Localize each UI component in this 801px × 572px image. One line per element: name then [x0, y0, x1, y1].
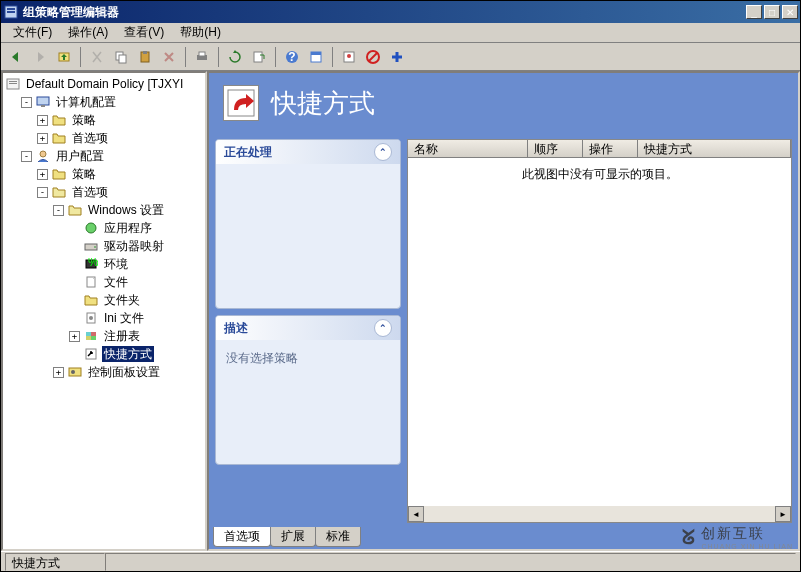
svg-rect-5	[119, 55, 126, 63]
tree-registry[interactable]: +注册表	[69, 327, 203, 345]
application-window: 组策略管理编辑器 _ □ ✕ 文件(F) 操作(A) 查看(V) 帮助(H) ?	[0, 0, 801, 572]
title-bar: 组策略管理编辑器 _ □ ✕	[1, 1, 800, 23]
tree-applications[interactable]: 应用程序	[69, 219, 203, 237]
folder-icon	[51, 131, 67, 145]
watermark: ᘜ 创新互联 CHUANG XIN HU LIAN	[682, 525, 793, 550]
expander-icon[interactable]: +	[37, 115, 48, 126]
col-order[interactable]: 顺序	[528, 140, 583, 157]
tree-policies[interactable]: +策略	[37, 111, 203, 129]
user-icon	[35, 149, 51, 163]
processing-card: 正在处理 ⌃	[215, 139, 401, 309]
tab-extended[interactable]: 扩展	[270, 527, 316, 547]
up-button[interactable]	[53, 46, 75, 68]
expander-icon[interactable]: +	[37, 169, 48, 180]
svg-point-29	[94, 246, 96, 248]
maximize-button[interactable]: □	[764, 5, 780, 19]
properties-button[interactable]	[305, 46, 327, 68]
export-button[interactable]	[248, 46, 270, 68]
tree-drive-maps[interactable]: 驱动器映射	[69, 237, 203, 255]
delete-button[interactable]	[158, 46, 180, 68]
toolbar-separator	[80, 47, 81, 67]
tree-ini-files[interactable]: Ini 文件	[69, 309, 203, 327]
tree-windows-settings[interactable]: -Windows 设置	[53, 201, 203, 219]
list-body[interactable]: 此视图中没有可显示的项目。	[408, 158, 791, 506]
help-button[interactable]: ?	[281, 46, 303, 68]
expander-icon[interactable]: +	[69, 331, 80, 342]
policy-icon	[5, 77, 21, 91]
menu-file[interactable]: 文件(F)	[5, 22, 60, 43]
tree-user-config[interactable]: - 用户配置	[21, 147, 203, 165]
col-action[interactable]: 操作	[583, 140, 638, 157]
tree-preferences[interactable]: -首选项	[37, 183, 203, 201]
svg-rect-36	[86, 332, 91, 336]
watermark-brand: 创新互联	[701, 525, 765, 541]
svg-rect-25	[41, 105, 45, 107]
tree-preferences[interactable]: +首选项	[37, 129, 203, 147]
svg-rect-1	[7, 8, 15, 10]
stop-button[interactable]	[362, 46, 384, 68]
col-name[interactable]: 名称	[408, 140, 528, 157]
col-shortcut[interactable]: 快捷方式	[638, 140, 791, 157]
tree-root[interactable]: Default Domain Policy [TJXYI	[5, 75, 203, 93]
chevron-up-icon[interactable]: ⌃	[374, 143, 392, 161]
list-view[interactable]: 名称 顺序 操作 快捷方式 此视图中没有可显示的项目。 ◄ ►	[407, 139, 792, 523]
environment-icon: %	[83, 257, 99, 271]
scroll-track[interactable]	[424, 506, 775, 522]
print-button[interactable]	[191, 46, 213, 68]
expander-icon[interactable]: -	[53, 205, 64, 216]
tree-policies[interactable]: +策略	[37, 165, 203, 183]
shortcut-large-icon	[223, 85, 259, 121]
svg-rect-14	[311, 52, 321, 55]
folder-icon	[51, 167, 67, 181]
watermark-logo-icon: ᘜ	[682, 526, 695, 549]
task-pane: 正在处理 ⌃ 描述 ⌃ 没有选择策略	[215, 139, 401, 523]
tree-shortcuts[interactable]: 快捷方式	[69, 345, 203, 363]
tab-preferences[interactable]: 首选项	[213, 527, 271, 547]
scroll-left-button[interactable]: ◄	[408, 506, 424, 522]
main-area: Default Domain Policy [TJXYI - 计算机配置 +策略	[1, 71, 800, 551]
expander-icon[interactable]: +	[37, 133, 48, 144]
tree-environment[interactable]: %环境	[69, 255, 203, 273]
copy-button[interactable]	[110, 46, 132, 68]
svg-point-42	[71, 370, 75, 374]
expander-icon[interactable]: -	[21, 151, 32, 162]
tab-standard[interactable]: 标准	[315, 527, 361, 547]
description-body: 没有选择策略	[216, 340, 400, 377]
back-button[interactable]	[5, 46, 27, 68]
horizontal-scrollbar[interactable]: ◄ ►	[408, 506, 791, 522]
menu-view[interactable]: 查看(V)	[116, 22, 172, 43]
expander-icon[interactable]: +	[53, 367, 64, 378]
svg-line-18	[369, 53, 377, 61]
svg-rect-7	[143, 51, 147, 54]
tree-folders[interactable]: 文件夹	[69, 291, 203, 309]
svg-point-35	[89, 316, 93, 320]
menu-bar: 文件(F) 操作(A) 查看(V) 帮助(H)	[1, 23, 800, 43]
computer-icon	[35, 95, 51, 109]
expander-icon[interactable]: -	[21, 97, 32, 108]
cut-button[interactable]	[86, 46, 108, 68]
minimize-button[interactable]: _	[746, 5, 762, 19]
menu-help[interactable]: 帮助(H)	[172, 22, 229, 43]
tree-panel[interactable]: Default Domain Policy [TJXYI - 计算机配置 +策略	[1, 71, 207, 551]
icon-button[interactable]	[338, 46, 360, 68]
chevron-up-icon[interactable]: ⌃	[374, 319, 392, 337]
tree-files[interactable]: 文件	[69, 273, 203, 291]
scroll-right-button[interactable]: ►	[775, 506, 791, 522]
toolbar: ?	[1, 43, 800, 71]
paste-button[interactable]	[134, 46, 156, 68]
menu-action[interactable]: 操作(A)	[60, 22, 116, 43]
content-title: 快捷方式	[271, 86, 375, 121]
refresh-button[interactable]	[224, 46, 246, 68]
forward-button[interactable]	[29, 46, 51, 68]
toolbar-separator	[185, 47, 186, 67]
tree-control-panel[interactable]: +控制面板设置	[53, 363, 203, 381]
tree-computer-config[interactable]: - 计算机配置	[21, 93, 203, 111]
shortcut-icon	[83, 347, 99, 361]
description-header[interactable]: 描述 ⌃	[216, 316, 400, 340]
folder-icon	[51, 113, 67, 127]
add-button[interactable]	[386, 46, 408, 68]
close-button[interactable]: ✕	[782, 5, 798, 19]
expander-icon[interactable]: -	[37, 187, 48, 198]
toolbar-separator	[275, 47, 276, 67]
processing-header[interactable]: 正在处理 ⌃	[216, 140, 400, 164]
